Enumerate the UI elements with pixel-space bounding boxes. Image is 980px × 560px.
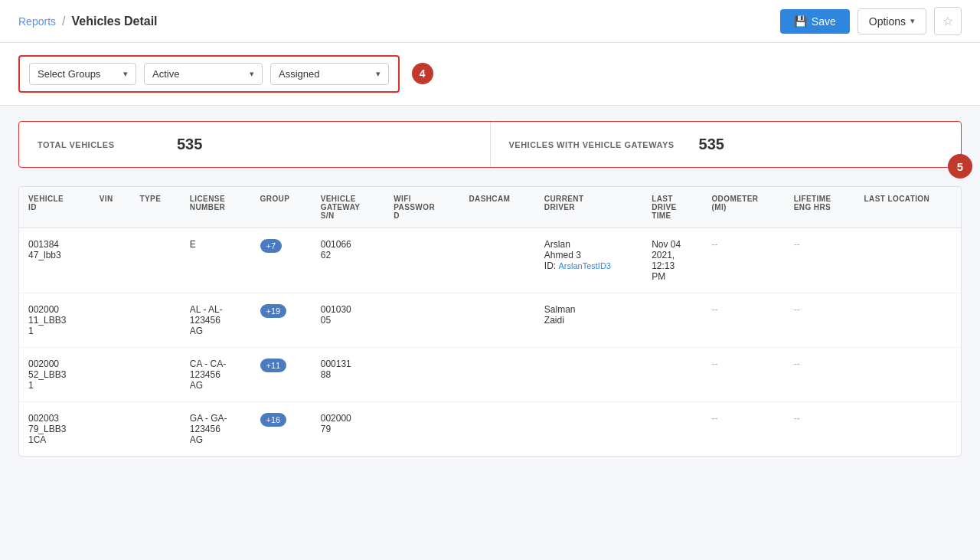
main-content: TOTAL VEHICLES 535 VEHICLES WITH VEHICLE… <box>0 106 980 472</box>
cell-lifetime-eng: -- <box>785 228 855 293</box>
group-badge: +16 <box>260 413 287 427</box>
cell-gateway-sn: 00013188 <box>312 348 385 402</box>
vehicles-table: VEHICLEID VIN TYPE LICENSENUMBER GROUP V… <box>18 186 962 457</box>
cell-last-drive-time: Nov 042021,12:13PM <box>642 228 702 293</box>
cell-gateway-sn: 00103005 <box>312 293 385 348</box>
cell-dashcam <box>459 293 534 348</box>
cell-license-number: GA - GA-123456AG <box>181 402 251 457</box>
cell-last-drive-time <box>642 348 702 402</box>
group-badge: +11 <box>260 359 287 372</box>
breadcrumb: Reports / Vehicles Detail <box>18 15 158 28</box>
cell-type <box>131 228 181 293</box>
cell-vehicle-id: 00200011_LBB31 <box>19 293 90 348</box>
active-dropdown[interactable]: Active ▾ <box>144 63 263 85</box>
table-row: 00200011_LBB31 AL - AL-123456AG +19 0010… <box>19 293 961 348</box>
cell-dashcam <box>459 402 534 457</box>
cell-last-location <box>855 228 961 293</box>
table-row: 00200379_LBB31CA GA - GA-123456AG +16 00… <box>19 402 961 457</box>
col-lifetime-eng: LIFETIMEENG HRS <box>785 187 855 228</box>
step-5-badge: 5 <box>948 154 972 178</box>
cell-lifetime-eng: -- <box>785 293 855 348</box>
cell-group: +16 <box>251 402 312 457</box>
total-vehicles-label: TOTAL VEHICLES <box>38 140 152 149</box>
cell-vehicle-id: 00200379_LBB31CA <box>19 402 90 457</box>
chevron-down-icon: ▾ <box>250 69 254 79</box>
cell-last-location <box>855 402 961 457</box>
page-header: Reports / Vehicles Detail 💾 Save Options… <box>0 0 980 43</box>
table-row: 00200052_LBB31 CA - CA-123456AG +11 0001… <box>19 348 961 402</box>
col-odometer: ODOMETER(MI) <box>702 187 784 228</box>
table-row: 00138447_lbb3 E +7 00106662 ArslanAhmed … <box>19 228 961 293</box>
cell-vin <box>90 402 131 457</box>
save-button[interactable]: 💾 Save <box>780 9 850 34</box>
step-4-badge: 4 <box>412 63 433 84</box>
cell-type <box>131 293 181 348</box>
cell-vin <box>90 228 131 293</box>
col-vehicle-id: VEHICLEID <box>19 187 90 228</box>
breadcrumb-separator: / <box>62 15 65 28</box>
cell-vin <box>90 293 131 348</box>
cell-gateway-sn: 00200079 <box>312 402 385 457</box>
group-badge: +19 <box>260 304 287 318</box>
cell-gateway-sn: 00106662 <box>312 228 385 293</box>
options-button[interactable]: Options ▾ <box>858 8 926 34</box>
chevron-down-icon: ▾ <box>910 16 915 26</box>
cell-dashcam <box>459 228 534 293</box>
col-last-location: LAST LOCATION <box>855 187 961 228</box>
filter-bar: Select Groups ▾ Active ▾ Assigned ▾ 4 <box>0 43 980 106</box>
cell-odometer: -- <box>702 228 784 293</box>
save-label: Save <box>812 15 836 28</box>
stats-box: TOTAL VEHICLES 535 VEHICLES WITH VEHICLE… <box>18 121 962 168</box>
vehicles-gateway-value: 535 <box>699 136 724 153</box>
col-type: TYPE <box>131 187 181 228</box>
cell-group: +7 <box>251 228 312 293</box>
cell-last-drive-time <box>642 293 702 348</box>
active-label: Active <box>152 68 179 80</box>
cell-group: +19 <box>251 293 312 348</box>
group-badge: +7 <box>260 239 283 253</box>
col-group: GROUP <box>251 187 312 228</box>
cell-current-driver: SalmanZaidi <box>535 293 642 348</box>
cell-wifi-password <box>384 228 459 293</box>
vehicles-gateway-stat: VEHICLES WITH VEHICLE GATEWAYS 535 <box>491 122 962 167</box>
cell-dashcam <box>459 348 534 402</box>
cell-license-number: CA - CA-123456AG <box>181 348 251 402</box>
assigned-dropdown[interactable]: Assigned ▾ <box>270 63 389 85</box>
col-vin: VIN <box>90 187 131 228</box>
col-gateway-sn: VEHICLEGATEWAYS/N <box>312 187 385 228</box>
cell-last-drive-time <box>642 402 702 457</box>
driver-id-link[interactable]: ArslanTestID3 <box>558 261 610 270</box>
page-title: Vehicles Detail <box>71 15 157 28</box>
cell-last-location <box>855 293 961 348</box>
cell-vehicle-id: 00200052_LBB31 <box>19 348 90 402</box>
assigned-label: Assigned <box>279 68 319 80</box>
cell-lifetime-eng: -- <box>785 402 855 457</box>
cell-current-driver <box>535 402 642 457</box>
select-groups-label: Select Groups <box>38 68 100 80</box>
star-icon: ☆ <box>942 15 953 28</box>
cell-odometer: -- <box>702 348 784 402</box>
vehicles-gateway-label: VEHICLES WITH VEHICLE GATEWAYS <box>509 140 675 149</box>
cell-vehicle-id: 00138447_lbb3 <box>19 228 90 293</box>
cell-odometer: -- <box>702 402 784 457</box>
stats-container: TOTAL VEHICLES 535 VEHICLES WITH VEHICLE… <box>18 121 962 168</box>
col-current-driver: CURRENTDRIVER <box>535 187 642 228</box>
total-vehicles-value: 535 <box>177 136 202 153</box>
cell-license-number: AL - AL-123456AG <box>181 293 251 348</box>
cell-last-location <box>855 348 961 402</box>
cell-odometer: -- <box>702 293 784 348</box>
cell-type <box>131 348 181 402</box>
favorite-button[interactable]: ☆ <box>934 7 962 35</box>
breadcrumb-reports-link[interactable]: Reports <box>18 15 56 28</box>
cell-current-driver: ArslanAhmed 3ID: ArslanTestID3 <box>535 228 642 293</box>
options-label: Options <box>869 15 906 28</box>
cell-wifi-password <box>384 348 459 402</box>
filter-box: Select Groups ▾ Active ▾ Assigned ▾ <box>18 55 400 93</box>
table-header-row: VEHICLEID VIN TYPE LICENSENUMBER GROUP V… <box>19 187 961 228</box>
total-vehicles-stat: TOTAL VEHICLES 535 <box>19 122 491 167</box>
select-groups-dropdown[interactable]: Select Groups ▾ <box>29 63 136 85</box>
cell-vin <box>90 348 131 402</box>
chevron-down-icon: ▾ <box>376 69 381 79</box>
col-wifi-password: WIFIPASSWORD <box>384 187 459 228</box>
cell-group: +11 <box>251 348 312 402</box>
